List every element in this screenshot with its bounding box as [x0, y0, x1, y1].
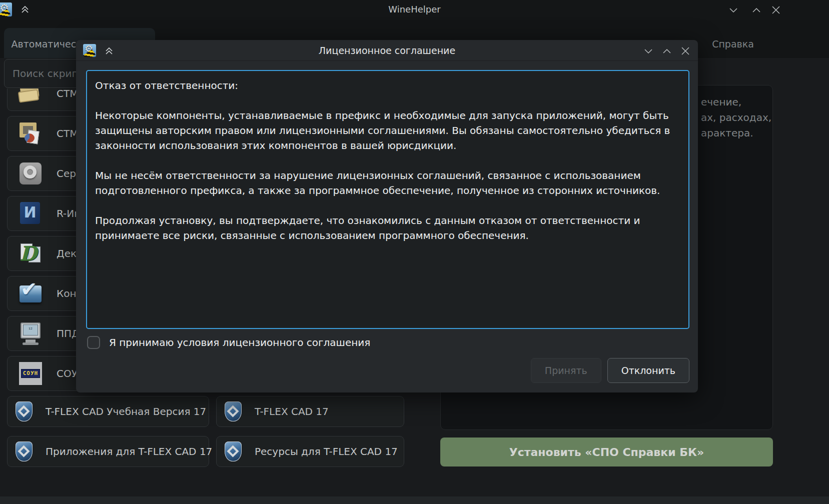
card-tflex-apps[interactable]: Приложения для T-FLEX CAD 17: [7, 436, 209, 467]
window-title: WineHelper: [0, 4, 829, 14]
accept-terms-label[interactable]: Я принимаю условия лицензионного соглаше…: [109, 336, 370, 348]
maximize-button[interactable]: [751, 6, 762, 14]
bottom-edge-strip: [0, 496, 829, 504]
grey-ring-icon: [19, 162, 43, 186]
dialog-title: Лицензионное соглашение: [76, 45, 698, 56]
dialog-close-button[interactable]: [680, 46, 691, 56]
license-dialog: ⚙ Лицензионное соглашение Отказ от ответ…: [76, 40, 698, 392]
card-tflex-edu[interactable]: T-FLEX CAD Учебная Версия 17: [7, 396, 209, 427]
license-paragraph: Отказ от ответственности:: [95, 78, 680, 93]
dialog-minimize-button[interactable]: [643, 46, 654, 56]
tflex-logo-icon: [224, 400, 244, 422]
green-d-documents-icon: D: [19, 242, 43, 266]
minimize-button[interactable]: [728, 6, 739, 14]
decline-button[interactable]: Отклонить: [607, 358, 689, 383]
dialog-buttons: Принять Отклонить: [531, 358, 689, 383]
description-text-fragment: ечение, ах, расходах, арактера.: [701, 94, 771, 141]
soun-badge-icon: СОУН: [19, 362, 43, 386]
license-paragraph: Продолжая установку, вы подтверждаете, ч…: [95, 213, 680, 243]
tflex-logo-icon: [15, 440, 35, 462]
install-button[interactable]: Установить «СПО Справки БК»: [440, 438, 773, 466]
tan-folder-icon: [19, 88, 43, 106]
card-tflex-cad[interactable]: T-FLEX CAD 17: [216, 396, 404, 427]
blue-checkmark-icon: ✔: [19, 282, 43, 306]
frame-documents-chart-icon: [19, 122, 43, 146]
tflex-logo-icon: [224, 440, 244, 462]
dialog-titlebar: ⚙ Лицензионное соглашение: [76, 40, 698, 61]
main-titlebar: ⚙ WineHelper: [0, 0, 829, 20]
license-text-area[interactable]: Отказ от ответственности: Некоторые комп…: [86, 70, 689, 329]
close-button[interactable]: [770, 6, 781, 14]
license-paragraph: Некоторые компоненты, устанавливаемые в …: [95, 108, 680, 153]
blue-letter-i-icon: И: [19, 202, 43, 226]
accept-terms-row: Я принимаю условия лицензионного соглаше…: [87, 335, 370, 350]
accept-terms-checkbox[interactable]: [87, 336, 100, 349]
dialog-maximize-button[interactable]: [661, 46, 672, 56]
card-tflex-res[interactable]: Ресурсы для T-FLEX CAD 17: [216, 436, 404, 467]
tflex-logo-icon: [15, 400, 35, 422]
accept-button[interactable]: Принять: [531, 358, 601, 383]
crt-monitor-icon: ¹²: [19, 322, 43, 346]
screen: ⚙ WineHelper Автоматическая установка Ру…: [0, 0, 829, 504]
license-paragraph: Мы не несём ответственности за нарушение…: [95, 168, 680, 198]
